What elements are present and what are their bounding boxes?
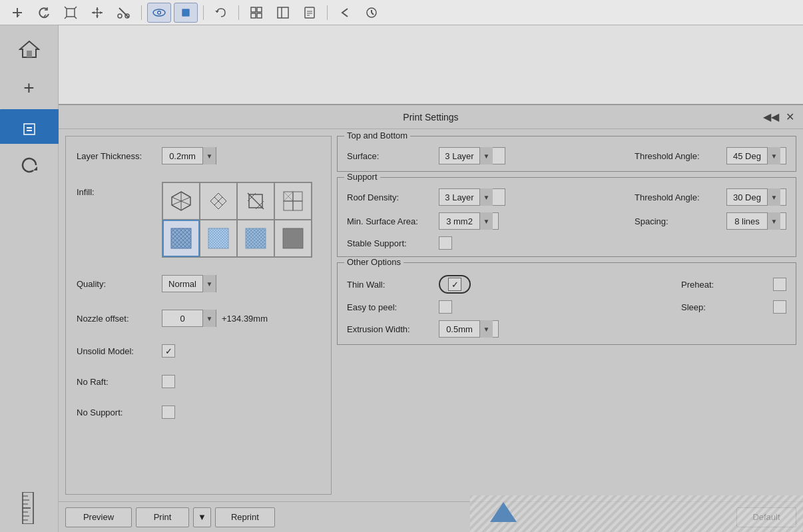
sidebar-home-btn[interactable] (9, 32, 49, 67)
infill-pattern-6[interactable] (237, 220, 274, 257)
spacing-label: Spacing: (635, 216, 721, 226)
quality-value: Normal (162, 279, 202, 289)
separator-4 (327, 5, 328, 20)
nozzle-offset-value: 0 (162, 314, 202, 324)
spacing-value: 8 lines (727, 216, 767, 226)
toolbar-file-btn[interactable] (298, 3, 322, 23)
svg-marker-37 (24, 124, 35, 134)
sidebar-ruler-btn[interactable] (9, 491, 49, 525)
svg-rect-19 (182, 9, 189, 16)
toolbar-cut-btn[interactable] (112, 3, 136, 23)
toolbar-refresh-btn[interactable] (360, 3, 384, 23)
no-support-label: No Support: (77, 407, 156, 417)
infill-pattern-5[interactable] (200, 220, 237, 257)
layer-thickness-select[interactable]: 0.2mm ▼ (162, 147, 216, 164)
surface-label: Surface: (347, 151, 433, 161)
infill-pattern-0[interactable] (162, 182, 200, 220)
quality-arrow[interactable]: ▼ (202, 275, 216, 292)
quality-label: Quality: (77, 279, 156, 289)
toolbar-panel-btn[interactable] (271, 3, 295, 23)
toolbar-add-btn[interactable] (5, 3, 29, 23)
toolbar-move-btn[interactable] (85, 3, 109, 23)
toolbar-grid-btn[interactable] (244, 3, 268, 23)
surface-arrow[interactable]: ▼ (479, 147, 493, 164)
support-label: Support (344, 172, 380, 182)
nozzle-offset-select[interactable]: 0 ▼ (162, 310, 216, 327)
toolbar-object-btn[interactable] (174, 3, 198, 23)
top-threshold-arrow[interactable]: ▼ (767, 147, 780, 164)
infill-pattern-2[interactable] (237, 182, 274, 220)
toolbar-rotate-btn[interactable] (32, 3, 56, 23)
svg-rect-75 (208, 228, 228, 248)
min-surface-select[interactable]: 3 mm2 ▼ (439, 212, 499, 230)
infill-label: Infill: (77, 187, 156, 197)
toolbar-view-btn[interactable] (147, 3, 171, 23)
no-support-row: No Support: (77, 405, 320, 419)
print-btn[interactable]: Print (136, 507, 189, 527)
surface-select[interactable]: 3 Layer ▼ (439, 147, 505, 164)
toolbar-back-btn[interactable] (333, 3, 357, 23)
svg-marker-10 (96, 15, 99, 18)
thin-wall-checkbox[interactable] (448, 278, 461, 291)
sidebar-print-btn[interactable] (0, 109, 60, 144)
top-threshold-select[interactable]: 45 Deg ▼ (726, 147, 786, 164)
min-surface-arrow[interactable]: ▼ (479, 212, 493, 230)
sleep-checkbox[interactable] (773, 300, 786, 314)
preheat-checkbox[interactable] (773, 278, 786, 291)
reprint-btn[interactable]: Reprint (215, 507, 275, 527)
layer-thickness-arrow[interactable]: ▼ (202, 147, 216, 164)
stable-support-checkbox[interactable] (439, 236, 452, 250)
separator-2 (203, 5, 204, 20)
svg-rect-26 (278, 7, 288, 18)
preview-btn[interactable]: Preview (65, 507, 132, 527)
toolbar-undo-btn[interactable] (209, 3, 233, 23)
sidebar-add-btn[interactable]: + (9, 71, 49, 105)
thin-wall-highlight[interactable] (439, 275, 471, 294)
dialog-body: Layer Thickness: 0.2mm ▼ Infill: (59, 129, 803, 501)
min-surface-row: Min. Surface Area: 3 mm2 ▼ Spacing: 8 li… (347, 212, 786, 230)
roof-density-arrow[interactable]: ▼ (479, 188, 493, 206)
quality-select[interactable]: Normal ▼ (162, 275, 216, 292)
print-settings-dialog: Print Settings ◀◀ ✕ Layer Thickness: 0.2… (59, 105, 803, 532)
svg-point-14 (118, 14, 122, 18)
surface-row: Surface: 3 Layer ▼ Threshold Angle: 45 D… (347, 147, 786, 164)
svg-marker-40 (33, 166, 37, 170)
sidebar-refresh-btn[interactable] (9, 148, 49, 182)
top-bottom-label: Top and Bottom (344, 131, 410, 140)
spacing-arrow[interactable]: ▼ (767, 212, 780, 230)
extrusion-width-arrow[interactable]: ▼ (479, 320, 493, 338)
svg-line-3 (65, 7, 67, 9)
roof-density-value: 3 Layer (439, 192, 479, 202)
infill-pattern-1[interactable] (200, 182, 237, 220)
layer-thickness-value: 0.2mm (162, 151, 202, 161)
support-threshold-select[interactable]: 30 Deg ▼ (726, 188, 786, 206)
support-threshold-arrow[interactable]: ▼ (767, 188, 780, 206)
dialog-titlebar-buttons: ◀◀ ✕ (763, 109, 798, 125)
toolbar-scale-btn[interactable] (59, 3, 83, 23)
no-raft-label: No Raft: (77, 377, 156, 387)
extrusion-width-row: Extrusion Width: 0.5mm ▼ (347, 320, 786, 338)
infill-pattern-7[interactable] (274, 220, 312, 257)
no-raft-checkbox[interactable] (162, 375, 175, 388)
roof-density-select[interactable]: 3 Layer ▼ (439, 188, 505, 206)
easy-to-peel-label: Easy to peel: (347, 302, 433, 312)
svg-marker-9 (96, 7, 99, 10)
svg-marker-11 (92, 11, 95, 14)
dialog-back-btn[interactable]: ◀◀ (763, 109, 779, 125)
easy-to-peel-checkbox[interactable] (439, 300, 452, 314)
nozzle-offset-arrow[interactable]: ▼ (202, 310, 216, 327)
unsolid-model-label: Unsolid Model: (77, 346, 156, 356)
unsolid-model-checkbox[interactable] (162, 344, 175, 358)
nozzle-offset-label: Nozzle offset: (77, 314, 156, 324)
print-arrow-btn[interactable]: ▼ (193, 507, 211, 527)
spacing-select[interactable]: 8 lines ▼ (726, 212, 786, 230)
extrusion-width-select[interactable]: 0.5mm ▼ (439, 320, 499, 338)
infill-pattern-3[interactable] (274, 182, 312, 220)
extrusion-width-label: Extrusion Width: (347, 324, 433, 334)
no-support-checkbox[interactable] (162, 405, 175, 419)
svg-rect-63 (293, 192, 302, 201)
surface-value: 3 Layer (439, 151, 479, 161)
infill-pattern-4[interactable] (162, 220, 200, 257)
dialog-close-btn[interactable]: ✕ (782, 109, 798, 125)
roof-density-label: Roof Density: (347, 192, 433, 202)
